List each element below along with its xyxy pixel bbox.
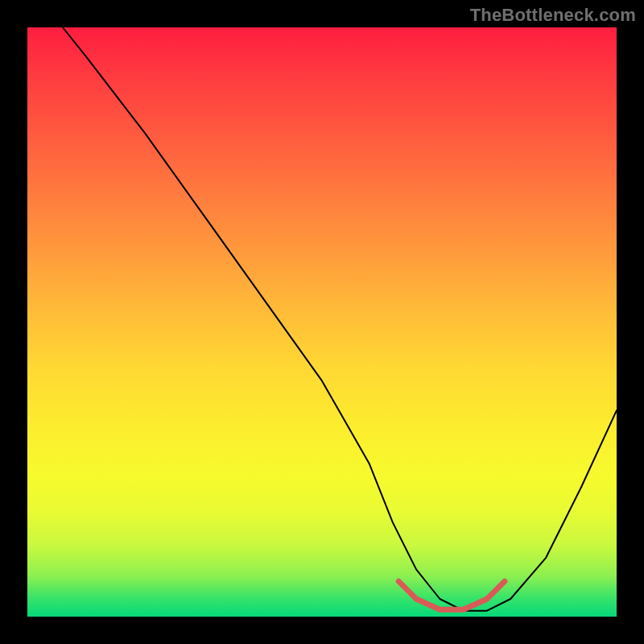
chart-svg — [27, 27, 617, 617]
chart-frame: TheBottleneck.com — [0, 0, 644, 644]
bottleneck-curve — [63, 27, 617, 611]
watermark-label: TheBottleneck.com — [470, 5, 636, 26]
plot-area — [27, 27, 617, 617]
